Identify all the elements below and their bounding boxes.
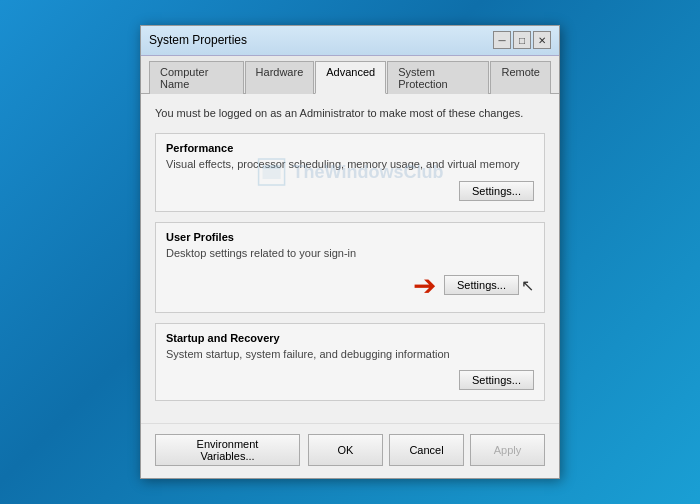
tab-computer-name[interactable]: Computer Name: [149, 61, 244, 94]
ok-button[interactable]: OK: [308, 434, 383, 466]
minimize-button[interactable]: ─: [493, 31, 511, 49]
cancel-button[interactable]: Cancel: [389, 434, 464, 466]
cursor-icon: ↖: [521, 276, 534, 295]
user-profiles-footer: ➔ Settings... ↖: [166, 269, 534, 302]
admin-notice: You must be logged on as an Administrato…: [155, 106, 545, 121]
dialog-footer: Environment Variables... OK Cancel Apply: [141, 423, 559, 478]
title-bar: System Properties ─ □ ✕: [141, 26, 559, 56]
tab-hardware[interactable]: Hardware: [245, 61, 315, 94]
startup-recovery-footer: Settings...: [166, 370, 534, 390]
maximize-button[interactable]: □: [513, 31, 531, 49]
user-profiles-settings-button[interactable]: Settings...: [444, 275, 519, 295]
user-profiles-title: User Profiles: [166, 231, 534, 243]
startup-recovery-section: Startup and Recovery System startup, sys…: [155, 323, 545, 401]
tab-system-protection[interactable]: System Protection: [387, 61, 489, 94]
window-title: System Properties: [149, 33, 247, 47]
tab-remote[interactable]: Remote: [490, 61, 551, 94]
performance-settings-button[interactable]: Settings...: [459, 181, 534, 201]
arrow-icon: ➔: [413, 269, 436, 302]
startup-recovery-title: Startup and Recovery: [166, 332, 534, 344]
environment-variables-button[interactable]: Environment Variables...: [155, 434, 300, 466]
startup-recovery-settings-button[interactable]: Settings...: [459, 370, 534, 390]
performance-description: Visual effects, processor scheduling, me…: [166, 157, 534, 172]
tab-bar: Computer Name Hardware Advanced System P…: [141, 56, 559, 94]
tab-advanced[interactable]: Advanced: [315, 61, 386, 94]
close-button[interactable]: ✕: [533, 31, 551, 49]
performance-footer: Settings...: [166, 181, 534, 201]
performance-section: Performance Visual effects, processor sc…: [155, 133, 545, 211]
apply-button[interactable]: Apply: [470, 434, 545, 466]
title-bar-controls: ─ □ ✕: [493, 31, 551, 49]
dialog-buttons: OK Cancel Apply: [308, 434, 545, 466]
system-properties-dialog: System Properties ─ □ ✕ Computer Name Ha…: [140, 25, 560, 480]
performance-title: Performance: [166, 142, 534, 154]
startup-recovery-description: System startup, system failure, and debu…: [166, 347, 534, 362]
tab-content: You must be logged on as an Administrato…: [141, 94, 559, 424]
user-profiles-section: User Profiles Desktop settings related t…: [155, 222, 545, 313]
user-profiles-description: Desktop settings related to your sign-in: [166, 246, 534, 261]
